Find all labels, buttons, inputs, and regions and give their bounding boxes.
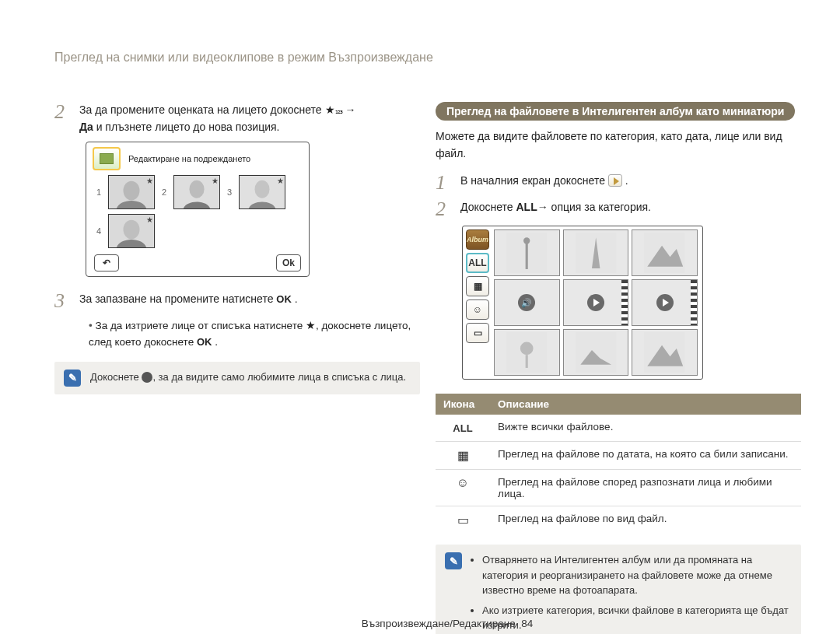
ok-button[interactable]: Ok <box>276 254 301 271</box>
sound-icon <box>518 294 535 311</box>
sidebar-date-button[interactable]: ▦ <box>466 276 489 296</box>
table-row: ALL Вижте всички файлове. <box>436 415 801 442</box>
icon-description-table: Икона Описание ALL Вижте всички файлове.… <box>436 394 801 534</box>
star-icon: ★ <box>277 177 284 185</box>
face-thumb-3[interactable]: ★ <box>239 175 285 209</box>
row-desc: Преглед на файлове според разпознати лиц… <box>490 470 801 506</box>
r-step-1-text: В началния екран докоснете . <box>460 173 801 190</box>
folder-icon: ▭ <box>456 513 470 527</box>
thumb-mountain[interactable] <box>632 229 698 276</box>
step-number-2: 2 <box>436 199 450 219</box>
left-note-box: Докоснете , за да видите само любимите л… <box>54 362 420 394</box>
arrow-icon: → <box>345 103 355 116</box>
playback-icon <box>608 174 622 187</box>
thumb-audio[interactable] <box>494 279 560 326</box>
svg-point-3 <box>189 180 204 198</box>
r-step-2-text: Докоснете ALL→ опция за категория. <box>460 199 801 216</box>
step-number-1: 1 <box>436 173 450 193</box>
smart-album-screen: Album ALL ▦ ☺ ▭ <box>462 226 703 380</box>
svg-point-16 <box>520 342 534 356</box>
step-3-text: За запазване на промените натиснете OK . <box>79 291 420 308</box>
row-desc: Вижте всички файлове. <box>490 415 801 442</box>
step-3-bullets: За да изтриете лице от списъка натиснете… <box>89 317 420 351</box>
person-icon: ☺ <box>473 304 482 315</box>
thumb-flower[interactable] <box>494 329 560 376</box>
intro-text: Можете да видите файловете по категория,… <box>436 128 801 162</box>
note-item: Отварянето на Интелигентен албум или да … <box>482 552 792 598</box>
album-icon <box>93 147 121 170</box>
svg-rect-18 <box>576 332 616 373</box>
ok-glyph: OK <box>197 336 212 348</box>
svg-point-5 <box>254 180 269 198</box>
thumb-video-2[interactable] <box>632 279 698 326</box>
face-index-2: 2 <box>159 187 169 197</box>
sidebar-face-button[interactable]: ☺ <box>466 299 489 320</box>
back-button[interactable]: ↶ <box>94 254 119 271</box>
play-icon <box>587 294 604 311</box>
step-number-2: 2 <box>54 102 68 122</box>
th-desc: Описание <box>490 394 801 415</box>
section-heading-pill: Преглед на файловете в Интелигентен албу… <box>436 102 795 121</box>
svg-point-10 <box>523 238 530 244</box>
film-strip-icon <box>621 280 628 325</box>
face-index-3: 3 <box>225 187 234 197</box>
calendar-icon: ▦ <box>474 281 482 292</box>
row-desc: Преглед на файлове по датата, на която с… <box>490 442 801 470</box>
thumb-tower[interactable] <box>563 229 629 276</box>
favorites-filter-icon <box>142 372 152 383</box>
th-icon: Икона <box>436 394 490 415</box>
thumb-mountain-3[interactable] <box>632 329 698 376</box>
face-thumb-2[interactable]: ★ <box>173 175 220 209</box>
face-index-1: 1 <box>94 187 103 197</box>
person-icon: ☺ <box>456 476 470 490</box>
row-desc: Преглед на файлове по вид файл. <box>490 506 801 534</box>
table-row: ▭ Преглед на файлове по вид файл. <box>436 506 801 534</box>
sidebar-all-button[interactable]: ALL <box>466 253 489 273</box>
note-icon <box>64 370 81 387</box>
face-index-4: 4 <box>94 226 103 236</box>
ok-glyph: OK <box>276 293 292 305</box>
star-icon: ★ <box>146 177 153 185</box>
all-icon: ALL <box>453 422 472 434</box>
step-2-text: За да промените оценката на лицето докос… <box>79 102 420 135</box>
face-thumb-4[interactable]: ★ <box>108 214 155 248</box>
right-column: Преглед на файловете в Интелигентен албу… <box>436 102 801 634</box>
step-number-3: 3 <box>54 291 68 311</box>
sidebar-album-button[interactable]: Album <box>466 229 489 250</box>
star-icon: ★ <box>212 177 219 185</box>
folder-icon: ▭ <box>474 328 482 338</box>
note-icon <box>445 552 462 569</box>
film-strip-icon <box>691 280 697 325</box>
svg-point-1 <box>124 181 140 201</box>
svg-point-7 <box>124 220 140 240</box>
table-row: ☺ Преглед на файлове според разпознати л… <box>436 470 801 506</box>
page-title: Преглед на снимки или видеоклипове в реж… <box>54 51 840 65</box>
page-footer: Възпроизвеждане/Редактиране 84 <box>54 618 840 629</box>
star-delete-icon <box>306 320 316 331</box>
star-icon: ★ <box>146 215 153 224</box>
edit-ranking-title: Редактиране на подреждането <box>128 154 250 163</box>
sidebar-type-button[interactable]: ▭ <box>466 323 489 343</box>
table-row: ▦ Преглед на файлове по датата, на която… <box>436 442 801 470</box>
star-ranking-icon <box>325 102 342 119</box>
calendar-icon: ▦ <box>456 448 470 463</box>
face-edit-screen: Редактиране на подреждането 1 ★ 2 ★ 3 <box>86 142 310 277</box>
left-column: 2 За да промените оценката на лицето док… <box>54 102 420 634</box>
thumb-video-1[interactable] <box>563 279 629 326</box>
play-icon <box>656 294 674 311</box>
face-thumb-1[interactable]: ★ <box>108 175 155 209</box>
thumb-streetlamp[interactable] <box>494 229 560 276</box>
thumb-mountain-2[interactable] <box>563 329 629 376</box>
